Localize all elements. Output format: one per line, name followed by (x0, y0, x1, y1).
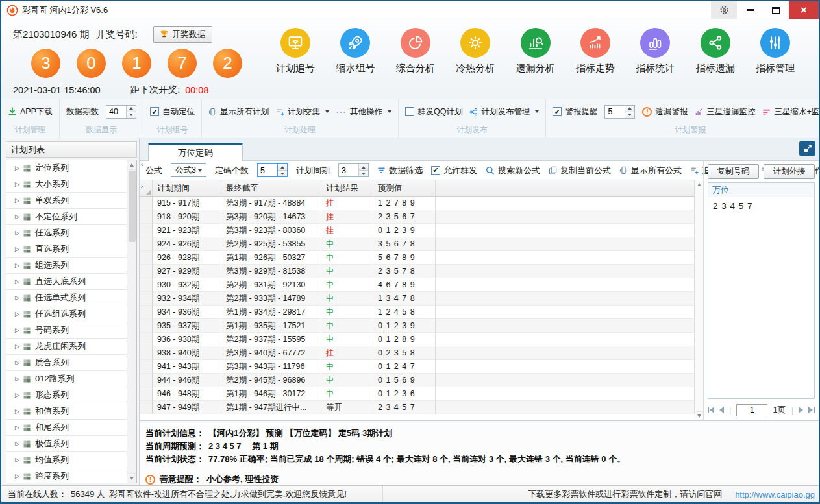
row-selector[interactable] (140, 319, 153, 333)
tree-expand-icon[interactable]: ▷ (15, 327, 19, 333)
tree-expand-icon[interactable]: ▷ (15, 408, 19, 414)
tree-item-series[interactable]: ▷ 跨度系列 (6, 468, 127, 483)
table-row[interactable]: 915 - 917期 第3期 - 917期 - 48884 挂 1 2 7 8 … (140, 197, 695, 210)
tree-item-series[interactable]: ▷ 单双系列 (6, 193, 127, 209)
tree-expand-icon[interactable]: ▷ (15, 181, 19, 187)
row-selector[interactable] (140, 346, 153, 360)
table-row[interactable]: 926 - 928期 第1期 - 926期 - 50327 中 5 6 7 8 … (140, 251, 695, 265)
spin-up-icon[interactable] (127, 106, 136, 112)
tab-wanwei-dingma[interactable]: 万位定码 (148, 143, 243, 161)
tree-item-series[interactable]: ▷ 直选大底系列 (6, 274, 127, 290)
table-row[interactable]: 936 - 938期 第2期 - 937期 - 15595 中 0 1 2 8 … (140, 333, 695, 346)
scroll-up-icon[interactable] (127, 160, 136, 170)
sidebar-collapse-handle[interactable]: ‹› (139, 160, 145, 190)
show-all-formula-button[interactable]: 显示所有公式 (619, 165, 682, 176)
cycle-input[interactable] (339, 164, 358, 176)
row-selector[interactable] (140, 210, 153, 224)
tree-item-series[interactable]: ▷ 大小系列 (6, 176, 127, 193)
checkbox-checked-icon[interactable] (431, 166, 440, 175)
table-scrollbar[interactable] (695, 180, 703, 420)
column-header-period[interactable]: 计划期间 (153, 180, 221, 197)
tree-item-series[interactable]: ▷ 组选系列 (6, 258, 127, 274)
table-row[interactable]: 918 - 920期 第3期 - 920期 - 14673 挂 2 3 5 6 … (140, 210, 695, 224)
last-page-icon[interactable] (808, 407, 815, 413)
table-row[interactable]: 947 - 949期 第1期 - 947期进行中... 等开 2 3 4 5 7 (140, 401, 695, 414)
auto-position-checkbox[interactable]: 自动定位 (150, 106, 195, 117)
tree-expand-icon[interactable]: ▷ (15, 359, 19, 366)
code-count-input[interactable] (258, 164, 277, 176)
spin-up-icon[interactable] (278, 164, 287, 170)
plan-publish-dropdown[interactable]: 计划发布管理 (469, 106, 539, 117)
table-row[interactable]: 944 - 946期 第2期 - 945期 - 96896 中 0 1 5 6 … (140, 374, 695, 387)
row-selector[interactable] (140, 278, 153, 292)
cycle-stepper[interactable] (338, 163, 369, 177)
sidebar-scrollbar[interactable] (127, 160, 136, 483)
row-selector[interactable] (140, 237, 153, 251)
tree-item-series[interactable]: ▷ 质合系列 (6, 355, 127, 371)
nav-button[interactable]: 指标走势 (566, 28, 625, 99)
nav-button[interactable]: 计划追号 (266, 28, 325, 99)
plan-external-button[interactable]: 计划外接 (764, 164, 815, 179)
table-row[interactable]: 946 - 948期 第1期 - 946期 - 30172 中 0 1 2 3 … (140, 387, 695, 401)
search-formula-button[interactable]: 搜索新公式 (486, 165, 540, 176)
tree-item-series[interactable]: ▷ 和值系列 (6, 403, 127, 420)
scroll-down-icon[interactable] (127, 473, 136, 483)
row-selector[interactable] (140, 360, 153, 374)
tree-expand-icon[interactable]: ▷ (15, 262, 19, 269)
tree-expand-icon[interactable]: ▷ (15, 376, 19, 382)
settings-gear-icon[interactable] (711, 1, 737, 19)
nav-button[interactable]: 综合分析 (386, 28, 445, 99)
formula-select[interactable]: 公式3 (171, 163, 206, 177)
table-row[interactable]: 927 - 929期 第3期 - 929期 - 81538 中 2 3 5 7 … (140, 265, 695, 278)
nav-button[interactable]: 冷热分析 (446, 28, 504, 99)
miss-alert-button[interactable]: ! 遗漏警报 (642, 106, 688, 117)
nav-button[interactable]: 指标遗漏 (686, 28, 745, 99)
row-selector[interactable] (140, 387, 153, 401)
tree-expand-icon[interactable]: ▷ (15, 278, 19, 285)
tree-item-series[interactable]: ▷ 定位系列 (6, 160, 127, 176)
star3-monitor-button[interactable]: 三星遗漏监控 (695, 106, 755, 117)
prev-page-icon[interactable] (719, 407, 724, 413)
tree-expand-icon[interactable]: ▷ (15, 246, 19, 252)
tree-expand-icon[interactable]: ▷ (15, 213, 19, 220)
table-row[interactable]: 924 - 926期 第2期 - 925期 - 53855 中 3 5 6 7 … (140, 237, 695, 251)
tree-expand-icon[interactable]: ▷ (15, 440, 19, 447)
spin-down-icon[interactable] (625, 112, 634, 118)
row-selector[interactable] (140, 306, 153, 319)
checkbox-checked-icon[interactable] (150, 107, 159, 116)
tree-item-series[interactable]: ▷ 号码系列 (6, 322, 127, 339)
alert-value-stepper[interactable] (604, 105, 635, 119)
other-ops-dropdown[interactable]: ··· 其他操作 (336, 106, 391, 117)
star3-shrink-button[interactable]: 三星缩水+监控 (762, 106, 820, 117)
row-selector[interactable] (140, 374, 153, 387)
column-header-result[interactable]: 计划结果 (321, 180, 373, 197)
table-row[interactable]: 932 - 934期 第2期 - 933期 - 14789 中 1 3 4 7 … (140, 292, 695, 306)
tree-expand-icon[interactable]: ▷ (15, 457, 19, 463)
draw-data-button[interactable]: 开奖数据 (153, 26, 212, 43)
app-download-button[interactable]: APP下载 (8, 106, 53, 117)
tree-expand-icon[interactable]: ▷ (15, 424, 19, 431)
row-selector[interactable] (140, 265, 153, 278)
qq-send-checkbox[interactable]: 群发QQ计划 (405, 106, 462, 117)
scrollbar-thumb[interactable] (129, 171, 136, 242)
tree-expand-icon[interactable]: ▷ (15, 392, 19, 398)
data-periods-stepper[interactable] (106, 105, 136, 119)
table-row[interactable]: 935 - 937期 第1期 - 935期 - 17521 中 0 1 2 3 … (140, 319, 695, 333)
row-selector[interactable] (140, 292, 153, 306)
show-all-plans-button[interactable]: 显示所有计划 (208, 106, 269, 117)
checkbox-checked-icon[interactable] (553, 107, 562, 116)
tree-item-series[interactable]: ▷ 任选单式系列 (6, 290, 127, 306)
spin-up-icon[interactable] (625, 106, 634, 112)
spin-down-icon[interactable] (127, 112, 136, 118)
tree-item-series[interactable]: ▷ 012路系列 (6, 371, 127, 387)
row-selector[interactable] (140, 251, 153, 265)
checkbox-unchecked-icon[interactable] (405, 107, 414, 116)
tree-expand-icon[interactable]: ▷ (15, 165, 19, 171)
next-page-icon[interactable] (799, 407, 803, 413)
tree-item-series[interactable]: ▷ 极值系列 (6, 436, 127, 452)
column-header-predict[interactable]: 预测值 (373, 180, 436, 197)
nav-button[interactable]: 缩水组号 (326, 28, 384, 99)
tree-item-series[interactable]: ▷ 形态系列 (6, 387, 127, 403)
tree-item-series[interactable]: ▷ 任选组选系列 (6, 306, 127, 322)
spin-up-icon[interactable] (359, 164, 368, 170)
